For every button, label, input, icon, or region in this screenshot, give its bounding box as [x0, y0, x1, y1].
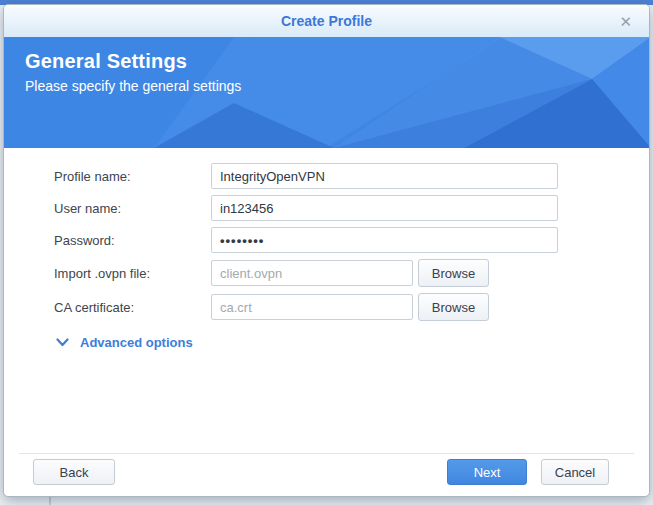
password-label: Password:	[54, 233, 211, 248]
background-divider	[49, 496, 51, 505]
user-name-label: User name:	[54, 201, 211, 216]
profile-name-row: Profile name:	[54, 163, 649, 189]
profile-name-input[interactable]	[211, 163, 558, 189]
password-row: Password:	[54, 227, 649, 253]
ovpn-file-label: Import .ovpn file:	[54, 266, 211, 281]
banner-title: General Settings	[25, 50, 241, 73]
ca-certificate-input[interactable]	[211, 294, 413, 320]
banner-subtitle: Please specify the general settings	[25, 78, 241, 94]
close-icon[interactable]: ✕	[617, 12, 634, 31]
wizard-banner: General Settings Please specify the gene…	[4, 37, 649, 148]
back-button[interactable]: Back	[33, 459, 115, 485]
ovpn-file-input[interactable]	[211, 260, 413, 286]
user-name-input[interactable]	[211, 195, 558, 221]
dialog-title: Create Profile	[281, 13, 372, 29]
ovpn-browse-button[interactable]: Browse	[418, 259, 489, 287]
password-input[interactable]	[211, 227, 558, 253]
user-name-row: User name:	[54, 195, 649, 221]
next-button[interactable]: Next	[447, 459, 527, 485]
cancel-button[interactable]: Cancel	[541, 459, 609, 485]
create-profile-dialog: Create Profile ✕ General Settings Please…	[3, 4, 650, 497]
banner-text: General Settings Please specify the gene…	[25, 50, 241, 94]
profile-name-label: Profile name:	[54, 169, 211, 184]
general-settings-form: Profile name: User name: Password: Impor…	[4, 148, 649, 350]
ca-certificate-row: CA certificate: Browse	[54, 293, 649, 321]
ca-browse-button[interactable]: Browse	[418, 293, 489, 321]
ovpn-file-row: Import .ovpn file: Browse	[54, 259, 649, 287]
advanced-options-label: Advanced options	[80, 335, 193, 350]
ca-certificate-label: CA certificate:	[54, 300, 211, 315]
chevron-down-icon	[56, 338, 69, 347]
advanced-options-toggle[interactable]: Advanced options	[54, 335, 193, 350]
footer-bar: Back Next Cancel	[4, 454, 649, 490]
dialog-titlebar: Create Profile ✕	[4, 5, 649, 37]
